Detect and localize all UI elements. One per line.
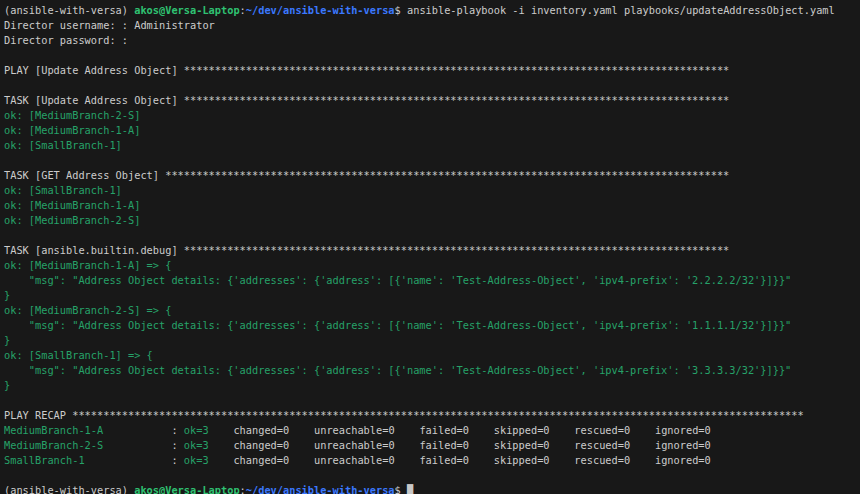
terminal-line: ok: [SmallBranch-1] xyxy=(4,138,860,153)
terminal-text-segment: } xyxy=(4,379,10,391)
terminal-line: PLAY [Update Address Object] ***********… xyxy=(4,63,860,78)
terminal-window[interactable]: (ansible-with-versa) akos@Versa-Laptop:~… xyxy=(0,0,860,494)
terminal-text-segment: (ansible-with-versa) xyxy=(4,4,134,16)
terminal-text-segment: ok=3 xyxy=(184,424,209,436)
terminal-line xyxy=(4,48,860,63)
terminal-text-segment: ok=3 xyxy=(184,439,209,451)
terminal-line: TASK [ansible.builtin.debug] ***********… xyxy=(4,243,860,258)
terminal-line: "msg": "Address Object details: {'addres… xyxy=(4,363,860,378)
terminal-text-segment: PLAY RECAP *****************************… xyxy=(4,409,804,421)
terminal-line: } xyxy=(4,333,860,348)
terminal-line: ok: [MediumBranch-1-A] xyxy=(4,123,860,138)
terminal-text-segment: : xyxy=(85,454,184,466)
terminal-line: (ansible-with-versa) akos@Versa-Laptop:~… xyxy=(4,483,860,494)
terminal-text-segment: $ ansible-playbook -i inventory.yaml pla… xyxy=(395,4,835,16)
terminal-text-segment: : xyxy=(103,424,184,436)
terminal-text-segment: : xyxy=(103,439,184,451)
terminal-text-segment: changed=0 unreachable=0 failed=0 skipped… xyxy=(209,439,711,451)
terminal-line: ok: [SmallBranch-1] xyxy=(4,183,860,198)
terminal-text-segment: ok: [SmallBranch-1] xyxy=(4,139,122,151)
terminal-line: ok: [MediumBranch-1-A] xyxy=(4,198,860,213)
terminal-line: ok: [SmallBranch-1] => { xyxy=(4,348,860,363)
terminal-line: "msg": "Address Object details: {'addres… xyxy=(4,273,860,288)
terminal-text-segment: ok: [SmallBranch-1] xyxy=(4,184,122,196)
terminal-text-segment: "msg": "Address Object details: {'addres… xyxy=(4,274,791,286)
terminal-text-segment: TASK [GET Address Object] **************… xyxy=(4,169,729,181)
terminal-line xyxy=(4,153,860,168)
terminal-text-segment: ok: [MediumBranch-1-A] => { xyxy=(4,259,171,271)
terminal-line: ok: [MediumBranch-2-S] xyxy=(4,108,860,123)
terminal-line: ok: [MediumBranch-2-S] xyxy=(4,213,860,228)
terminal-text-segment: ok: [MediumBranch-1-A] xyxy=(4,199,140,211)
terminal-text-segment: ok: [MediumBranch-1-A] xyxy=(4,124,140,136)
terminal-text-segment: "msg": "Address Object details: {'addres… xyxy=(4,364,791,376)
terminal-line xyxy=(4,228,860,243)
terminal-line xyxy=(4,468,860,483)
terminal-line: PLAY RECAP *****************************… xyxy=(4,408,860,423)
terminal-text-segment: ok: [MediumBranch-2-S] xyxy=(4,109,140,121)
terminal-line: } xyxy=(4,378,860,393)
terminal-line: "msg": "Address Object details: {'addres… xyxy=(4,318,860,333)
terminal-text-segment: changed=0 unreachable=0 failed=0 skipped… xyxy=(209,454,711,466)
terminal-line: SmallBranch-1 : ok=3 changed=0 unreachab… xyxy=(4,453,860,468)
terminal-text-segment: PLAY [Update Address Object] ***********… xyxy=(4,64,729,76)
terminal-text-segment: MediumBranch-1-A xyxy=(4,424,103,436)
terminal-text-segment: Director username: : Administrator xyxy=(4,19,215,31)
terminal-line: } xyxy=(4,288,860,303)
terminal-text-segment: (ansible-with-versa) xyxy=(4,484,134,494)
terminal-line xyxy=(4,78,860,93)
terminal-text-segment: Director password: : xyxy=(4,34,128,46)
terminal-line: Director password: : xyxy=(4,33,860,48)
terminal-text-segment: } xyxy=(4,289,10,301)
terminal-text-segment: TASK [Update Address Object] ***********… xyxy=(4,94,729,106)
terminal-line: Director username: : Administrator xyxy=(4,18,860,33)
terminal-output: (ansible-with-versa) akos@Versa-Laptop:~… xyxy=(4,3,860,494)
terminal-text-segment: SmallBranch-1 xyxy=(4,454,85,466)
terminal-text-segment: akos@Versa-Laptop xyxy=(134,484,239,494)
terminal-line: MediumBranch-2-S : ok=3 changed=0 unreac… xyxy=(4,438,860,453)
terminal-text-segment: $ xyxy=(395,484,407,494)
terminal-line: MediumBranch-1-A : ok=3 changed=0 unreac… xyxy=(4,423,860,438)
terminal-text-segment: ok: [MediumBranch-2-S] => { xyxy=(4,304,171,316)
terminal-text-segment: TASK [ansible.builtin.debug] ***********… xyxy=(4,244,729,256)
terminal-text-segment: ok: [MediumBranch-2-S] xyxy=(4,214,140,226)
terminal-line: (ansible-with-versa) akos@Versa-Laptop:~… xyxy=(4,3,860,18)
terminal-text-segment: MediumBranch-2-S xyxy=(4,439,103,451)
terminal-line: TASK [Update Address Object] ***********… xyxy=(4,93,860,108)
terminal-cursor: █ xyxy=(407,484,413,494)
terminal-text-segment: ~/dev/ansible-with-versa xyxy=(246,484,395,494)
terminal-text-segment: changed=0 unreachable=0 failed=0 skipped… xyxy=(209,424,711,436)
terminal-text-segment: } xyxy=(4,334,10,346)
terminal-line: TASK [GET Address Object] **************… xyxy=(4,168,860,183)
terminal-text-segment: "msg": "Address Object details: {'addres… xyxy=(4,319,791,331)
terminal-line: ok: [MediumBranch-1-A] => { xyxy=(4,258,860,273)
terminal-line: ok: [MediumBranch-2-S] => { xyxy=(4,303,860,318)
terminal-line xyxy=(4,393,860,408)
terminal-text-segment: ok: [SmallBranch-1] => { xyxy=(4,349,153,361)
terminal-text-segment: ok=3 xyxy=(184,454,209,466)
terminal-text-segment: ~/dev/ansible-with-versa xyxy=(246,4,395,16)
terminal-text-segment: akos@Versa-Laptop xyxy=(134,4,239,16)
